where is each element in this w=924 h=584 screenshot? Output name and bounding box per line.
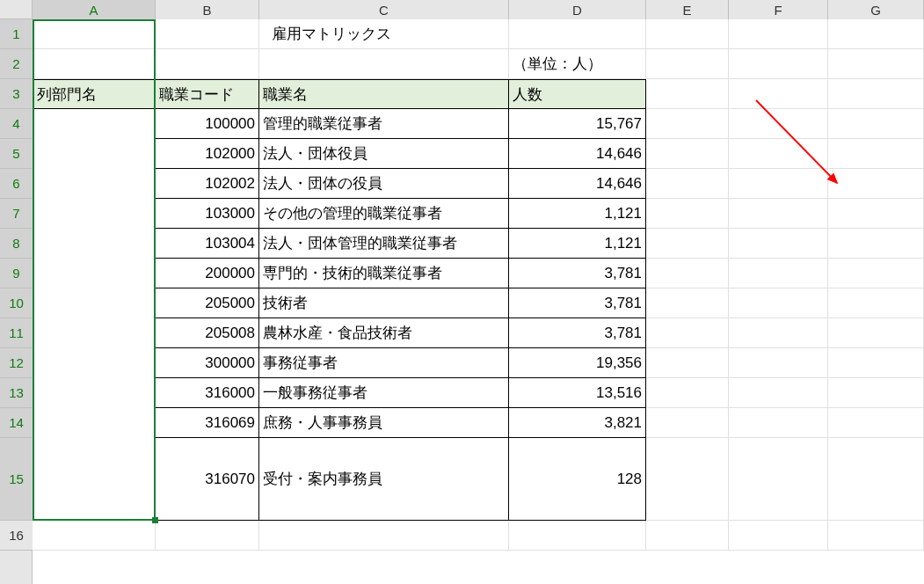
table-header-dept[interactable]: 列部門名 [33,79,156,109]
cell-A16[interactable] [33,521,156,551]
row-head-9[interactable]: 9 [0,259,33,288]
row-head-1[interactable]: 1 [0,19,33,49]
table-cell-name[interactable]: 法人・団体の役員 [259,169,509,199]
table-cell-name[interactable]: 技術者 [259,288,509,318]
col-head-G[interactable]: G [828,0,924,19]
table-cell-code[interactable]: 103000 [156,199,259,229]
row-head-11[interactable]: 11 [0,318,33,348]
cell-G1[interactable] [828,19,924,49]
cell-E11[interactable] [646,318,729,348]
table-cell-dept[interactable] [33,199,156,229]
col-head-B[interactable]: B [156,0,259,19]
cell-G4[interactable] [828,109,924,139]
table-cell-name[interactable]: 管理的職業従事者 [259,109,509,139]
table-cell-code[interactable]: 205008 [156,318,259,348]
table-cell-dept[interactable] [33,169,156,199]
cell-B2[interactable] [156,49,259,79]
cell-B1[interactable] [156,19,259,49]
table-cell-name[interactable]: 専門的・技術的職業従事者 [259,259,509,288]
cell-B16[interactable] [156,521,259,551]
unit-label[interactable]: （単位：人） [509,49,646,79]
cell-G12[interactable] [828,348,924,378]
row-head-7[interactable]: 7 [0,199,33,229]
cell-F1[interactable] [729,19,828,49]
row-head-10[interactable]: 10 [0,288,33,318]
table-cell-code[interactable]: 205000 [156,288,259,318]
table-cell-count[interactable]: 3,781 [509,318,646,348]
table-cell-code[interactable]: 102000 [156,139,259,169]
spreadsheet-view[interactable]: A B C D E F G 1 2 3 4 5 6 7 8 9 10 11 12… [0,0,924,584]
table-cell-code[interactable]: 102002 [156,169,259,199]
table-cell-name[interactable]: 事務従事者 [259,348,509,378]
table-cell-dept[interactable] [33,438,156,521]
cell-C16[interactable] [259,521,509,551]
table-cell-name[interactable]: 法人・団体管理的職業従事者 [259,229,509,259]
table-cell-count[interactable]: 128 [509,438,646,521]
table-cell-count[interactable]: 1,121 [509,199,646,229]
table-cell-code[interactable]: 316000 [156,378,259,408]
table-cell-code[interactable]: 300000 [156,348,259,378]
table-cell-dept[interactable] [33,318,156,348]
table-cell-name[interactable]: 農林水産・食品技術者 [259,318,509,348]
table-header-code[interactable]: 職業コード [156,79,259,109]
row-head-16[interactable]: 16 [0,521,33,551]
cell-E5[interactable] [646,139,729,169]
table-cell-name[interactable]: 法人・団体役員 [259,139,509,169]
cell-A2[interactable] [33,49,156,79]
table-cell-dept[interactable] [33,229,156,259]
table-cell-count[interactable]: 15,767 [509,109,646,139]
cell-F9[interactable] [729,259,828,288]
table-cell-dept[interactable] [33,348,156,378]
table-cell-dept[interactable] [33,109,156,139]
table-cell-count[interactable]: 14,646 [509,139,646,169]
row-head-15[interactable]: 15 [0,438,33,521]
cell-G14[interactable] [828,408,924,438]
cell-G7[interactable] [828,199,924,229]
table-cell-code[interactable]: 200000 [156,259,259,288]
cell-E12[interactable] [646,348,729,378]
col-head-C[interactable]: C [259,0,509,19]
col-head-A[interactable]: A [33,0,156,19]
cell-E16[interactable] [646,521,729,551]
table-cell-count[interactable]: 3,781 [509,259,646,288]
row-head-8[interactable]: 8 [0,229,33,259]
cell-F16[interactable] [729,521,828,551]
cell-F13[interactable] [729,378,828,408]
cell-E1[interactable] [646,19,729,49]
cell-E2[interactable] [646,49,729,79]
table-cell-dept[interactable] [33,288,156,318]
table-cell-name[interactable]: 庶務・人事事務員 [259,408,509,438]
cell-A1[interactable] [33,19,156,49]
col-head-F[interactable]: F [729,0,828,19]
table-header-name[interactable]: 職業名 [259,79,509,109]
row-head-13[interactable]: 13 [0,378,33,408]
cell-G6[interactable] [828,169,924,199]
cell-G8[interactable] [828,229,924,259]
cell-E4[interactable] [646,109,729,139]
table-cell-dept[interactable] [33,139,156,169]
cell-G13[interactable] [828,378,924,408]
cell-G15[interactable] [828,438,924,521]
cell-F10[interactable] [729,288,828,318]
row-head-3[interactable]: 3 [0,79,33,109]
table-cell-code[interactable]: 100000 [156,109,259,139]
col-head-E[interactable]: E [646,0,729,19]
cell-F2[interactable] [729,49,828,79]
table-cell-count[interactable]: 1,121 [509,229,646,259]
cell-F12[interactable] [729,348,828,378]
cell-F4[interactable] [729,109,828,139]
cell-G9[interactable] [828,259,924,288]
row-head-6[interactable]: 6 [0,169,33,199]
cell-E3[interactable] [646,79,729,109]
table-cell-dept[interactable] [33,259,156,288]
table-cell-code[interactable]: 103004 [156,229,259,259]
cell-D1[interactable] [509,19,646,49]
table-cell-name[interactable]: その他の管理的職業従事者 [259,199,509,229]
grid-area[interactable]: 雇用マトリックス（単位：人）列部門名職業コード職業名人数100000管理的職業従… [33,19,924,584]
table-cell-code[interactable]: 316069 [156,408,259,438]
row-head-2[interactable]: 2 [0,49,33,79]
row-head-5[interactable]: 5 [0,139,33,169]
cell-E15[interactable] [646,438,729,521]
cell-F3[interactable] [729,79,828,109]
cell-E8[interactable] [646,229,729,259]
